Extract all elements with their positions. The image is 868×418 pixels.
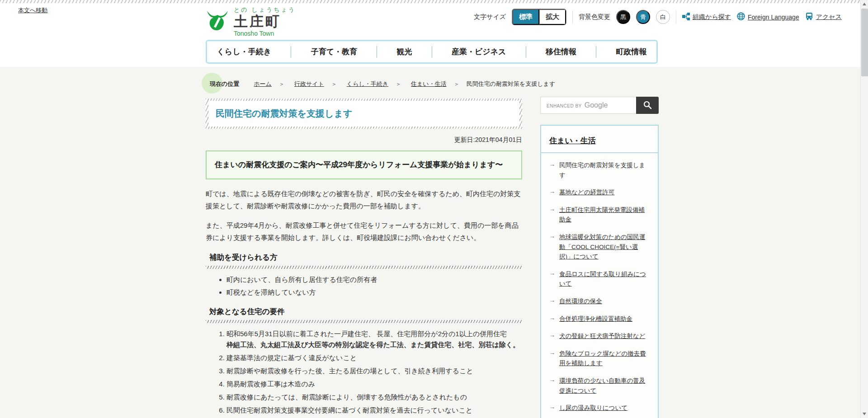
current-location-badge: 現在の位置: [209, 78, 244, 90]
sidebar-item-label: 民間住宅の耐震対策を支援します: [559, 160, 650, 180]
sidebar-divider: [541, 152, 658, 153]
arrow-right-icon: →: [549, 331, 555, 341]
sidebar-item-label: 地球温暖化対策のための国民運動「COOL CHOICE(=賢い選択)」について: [559, 232, 650, 262]
font-size-standard-button[interactable]: 標準: [512, 9, 539, 25]
nav-divider: [432, 46, 432, 58]
divider: [676, 10, 676, 24]
sidebar-item-coolchoice[interactable]: → 地球温暖化対策のための国民運動「COOL CHOICE(=賢い選択)」につい…: [549, 232, 650, 262]
breadcrumb-sumai[interactable]: 住まい・生活: [411, 80, 447, 88]
bg-blue-button[interactable]: 青: [636, 10, 650, 24]
arrow-right-icon: →: [549, 376, 555, 395]
eligible-list: 町内において、自ら所有し居住する住宅の所有者 町税などを滞納していない方: [226, 274, 522, 298]
sidebar-item-jokaso[interactable]: → 合併処理浄化槽設置補助金: [549, 314, 650, 324]
scrollbar-thumb[interactable]: [861, 9, 868, 76]
page-title-frame: 民間住宅の耐震対策を支援します: [206, 99, 522, 129]
location-label: 現在の位置: [210, 80, 239, 87]
sidebar-category-box: 住まい・生活 → 民間住宅の耐震対策を支援します → 墓地などの経営許可 → 土…: [540, 125, 659, 418]
list-item: 建築基準法の規定に基づく違反がないこと: [226, 352, 522, 363]
sidebar-item-shinyo[interactable]: → し尿の汲み取りについて: [549, 403, 650, 413]
sidebar-item-bochi[interactable]: → 墓地などの経営許可: [549, 188, 650, 197]
page-title: 民間住宅の耐震対策を支援します: [216, 108, 512, 120]
bg-black-button[interactable]: 黒: [616, 10, 630, 24]
sidebar-item-label: 犬の登録と狂犬病予防注射など: [559, 331, 645, 341]
org-search-label: 組織から探す: [693, 13, 731, 21]
skip-to-content-link[interactable]: 本文へ移動: [18, 6, 47, 14]
list-item: 昭和56年5月31日以前に着工された一戸建住宅、 長屋、住宅用部分が2分の1以上…: [226, 329, 522, 350]
font-size-label: 文字サイズ: [474, 13, 506, 21]
breadcrumb-separator: ＞: [454, 80, 459, 88]
sidebar-item-label: 自然環境の保全: [559, 296, 602, 306]
arrow-right-icon: →: [549, 232, 555, 262]
bus-icon: [805, 12, 813, 22]
logo-text: との しょうちょう 土庄町 Tonosho Town: [234, 7, 296, 37]
nav-item-kosodate[interactable]: 子育て・教育: [311, 47, 357, 57]
sidebar-item-label: 墓地などの経営許可: [559, 188, 614, 197]
nav-item-kanko[interactable]: 観光: [396, 47, 412, 57]
foreign-language-label: Foreign Language: [748, 14, 799, 21]
list-item: 町税などを滞納していない方: [226, 287, 522, 298]
nav-item-sangyo[interactable]: 産業・ビジネス: [452, 47, 506, 57]
sidebar-item-block[interactable]: → 危険なブロック塀などの撤去費用を補助します: [549, 349, 650, 368]
sidebar-item-shizen[interactable]: → 自然環境の保全: [549, 296, 650, 306]
access-label: アクセス: [816, 13, 842, 21]
vertical-scrollbar[interactable]: [860, 0, 868, 418]
search-button[interactable]: [636, 97, 659, 114]
sidebar-item-jidosha[interactable]: → 環境負荷の少ない自動車の普及促進について: [549, 376, 650, 395]
main-content: 民間住宅の耐震対策を支援します 更新日:2021年04月01日 住まいの耐震化支…: [206, 99, 522, 418]
requirement-note: 枠組工法、丸太組工法及び大臣等の特別な認定を得た工法、また賃貸住宅、社宅、別荘は…: [226, 339, 522, 350]
divider: [572, 10, 573, 24]
sidebar-item-inu[interactable]: → 犬の登録と狂犬病予防注射など: [549, 331, 650, 341]
arrow-right-icon: →: [549, 160, 555, 180]
requirement-text: 昭和56年5月31日以前に着工された一戸建住宅、 長屋、住宅用部分が2分の1以上…: [226, 330, 507, 338]
section-rule: [206, 320, 522, 323]
scrollbar-down-arrow-icon[interactable]: [863, 413, 866, 415]
font-size-large-button[interactable]: 拡大: [539, 9, 566, 25]
breadcrumb-kurashi[interactable]: くらし・手続き: [347, 80, 388, 88]
bg-white-button[interactable]: 白: [656, 10, 670, 24]
sidebar-item-label: し尿の汲み取りについて: [559, 403, 627, 413]
scrollbar-up-arrow-icon[interactable]: [863, 3, 866, 5]
nav-item-iju[interactable]: 移住情報: [546, 47, 576, 57]
sidebar-item-taishin[interactable]: → 民間住宅の耐震対策を支援します: [549, 160, 650, 180]
search-icon: [643, 100, 652, 111]
sidebar-title-link[interactable]: 住まい・生活: [549, 136, 596, 146]
access-link[interactable]: アクセス: [805, 12, 842, 22]
nav-item-kurashi[interactable]: くらし・手続き: [217, 47, 272, 57]
breadcrumb-separator: ＞: [279, 80, 284, 88]
arrow-right-icon: →: [549, 269, 555, 289]
list-item: 耐震診断や耐震改修を行った後、主たる居住の場として、引き続き利用すること: [226, 366, 522, 376]
sidebar-item-taiyoko[interactable]: → 土庄町住宅用太陽光発電設備補助金: [549, 205, 650, 225]
breadcrumb-separator: ＞: [331, 80, 337, 88]
list-item: 簡易耐震改修工事は木造のみ: [226, 379, 522, 390]
town-logo-icon: [206, 9, 229, 34]
main-navigation: くらし・手続き 子育て・教育 観光 産業・ビジネス 移住情報 町政情報: [206, 40, 658, 64]
list-item: 民間住宅耐震対策支援事業交付要綱に基づく耐震対策を過去に行っていないこと: [226, 405, 522, 416]
foreign-language-link[interactable]: Foreign Language: [737, 12, 799, 22]
header-controls: 文字サイズ 標準 拡大 背景色変更 黒 青 白: [474, 9, 842, 25]
intro-paragraph-1: 町では、地震による既存住宅の倒壊などの被害を防ぎ、町民の安全を確保するため、町内…: [206, 188, 522, 212]
section-heading-eligible: 補助を受けられる方: [206, 253, 522, 263]
org-search-link[interactable]: 組織から探す: [682, 13, 731, 22]
breadcrumb-separator: ＞: [396, 80, 401, 88]
highlight-box: 住まいの耐震化支援のご案内〜平成29年度からリフォーム支援事業が始まります〜: [206, 150, 522, 179]
nav-divider: [596, 46, 596, 58]
breadcrumb-home[interactable]: ホーム: [254, 80, 272, 88]
arrow-right-icon: →: [549, 403, 555, 413]
nav-item-chosei[interactable]: 町政情報: [616, 47, 646, 57]
search-input[interactable]: [540, 97, 636, 114]
globe-icon: [737, 12, 745, 22]
requirements-list: 昭和56年5月31日以前に着工された一戸建住宅、 長屋、住宅用部分が2分の1以上…: [226, 329, 522, 416]
bg-color-label: 背景色変更: [579, 13, 610, 21]
breadcrumb-current: 民間住宅の耐震対策を支援します: [467, 80, 556, 88]
page: 本文へ移動 との しょうちょう 土庄町 Tonosho Town 文字サイズ 標…: [0, 0, 868, 418]
logo-subtitle: Tonosho Town: [234, 30, 296, 37]
site-logo[interactable]: との しょうちょう 土庄町 Tonosho Town: [206, 7, 296, 37]
sidebar-item-foodloss[interactable]: → 食品ロスに関する取り組みについて: [549, 269, 650, 289]
nav-divider: [377, 46, 377, 58]
arrow-right-icon: →: [549, 205, 555, 225]
section-rule: [206, 266, 522, 269]
arrow-right-icon: →: [549, 314, 555, 324]
arrow-right-icon: →: [549, 349, 555, 368]
side-column: ENHANCED BY Google 住まい・生活 → 民間住宅の耐震対策を支援…: [540, 97, 659, 418]
breadcrumb-gyosei[interactable]: 行政サイト: [294, 80, 324, 88]
